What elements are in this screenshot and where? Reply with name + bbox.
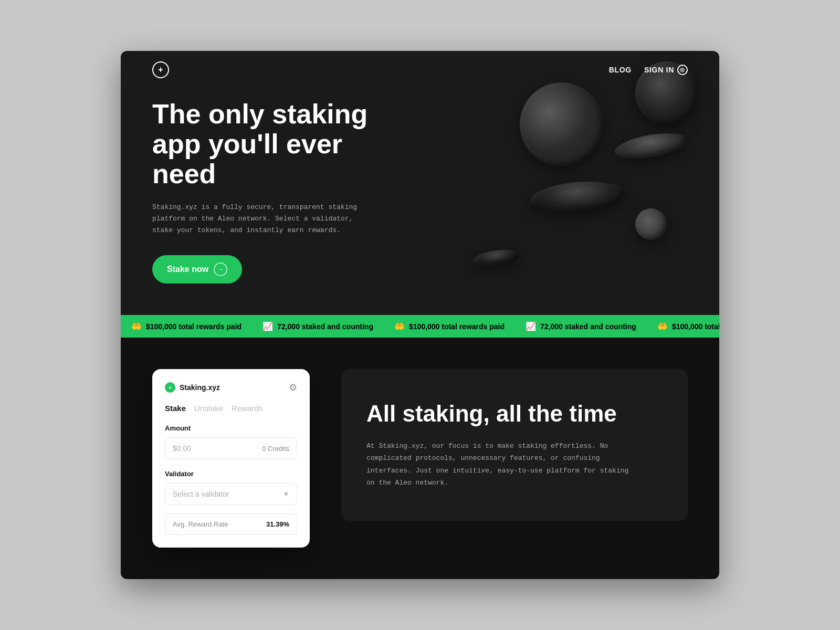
ticker-text-5: $100,000 total rewards paid	[672, 322, 719, 331]
ticker-text-4: 72,000 staked and counting	[540, 322, 636, 331]
section-two-right: All staking, all the time At Staking.xyz…	[341, 369, 688, 520]
section-two-body: At Staking.xyz, our focus is to make sta…	[366, 440, 639, 489]
coin-3	[613, 129, 689, 163]
amount-credits: 0 Credits	[262, 445, 289, 453]
validator-label: Validator	[165, 470, 297, 478]
navigation: + BLOG SIGN IN ◎	[121, 51, 719, 89]
logo-icon[interactable]: +	[152, 61, 169, 78]
tab-unstake[interactable]: Unstake	[194, 404, 223, 414]
coin-2	[529, 178, 626, 215]
card-header: + Staking.xyz ⚙	[165, 382, 297, 393]
signin-icon: ◎	[677, 65, 688, 75]
amount-label: Amount	[165, 424, 297, 432]
amount-input-row[interactable]: $0.00 0 Credits	[165, 437, 297, 459]
ticker-band: 🤲 $100,000 total rewards paid 📈 72,000 s…	[121, 315, 719, 338]
ticker-icon-2: 📈	[262, 321, 273, 331]
reward-rate-value: 31.39%	[266, 520, 289, 528]
ticker-inner: 🤲 $100,000 total rewards paid 📈 72,000 s…	[121, 321, 719, 331]
reward-rate-row: Avg. Reward Rate 31.39%	[165, 513, 297, 535]
card-tabs: Stake Unstake Rewards	[165, 404, 297, 414]
coin-6	[635, 208, 667, 240]
brand-name: Staking.xyz	[180, 383, 220, 392]
stake-card: + Staking.xyz ⚙ Stake Unstake Rewards Am…	[152, 369, 310, 548]
ticker-item: 🤲 $100,000 total rewards paid	[121, 321, 252, 331]
section-two-title: All staking, all the time	[366, 401, 663, 427]
coin-5	[471, 247, 520, 268]
section-two: + Staking.xyz ⚙ Stake Unstake Rewards Am…	[121, 338, 719, 579]
reward-rate-label: Avg. Reward Rate	[173, 520, 228, 528]
ticker-item: 🤲 $100,000 total rewards paid	[647, 321, 719, 331]
validator-placeholder: Select a validator	[173, 490, 229, 498]
gear-icon[interactable]: ⚙	[289, 382, 297, 393]
hero-section: + BLOG SIGN IN ◎ The only sta	[121, 51, 719, 316]
tab-stake[interactable]: Stake	[165, 404, 186, 414]
coin-1	[520, 82, 604, 166]
stake-now-button[interactable]: Stake now →	[152, 255, 242, 284]
browser-window: + BLOG SIGN IN ◎ The only sta	[121, 51, 719, 580]
amount-value: $0.00	[173, 444, 191, 453]
ticker-icon-1: 🤲	[131, 321, 142, 331]
hero-title: The only staking app you'll ever need	[152, 99, 404, 190]
chevron-down-icon: ▼	[283, 490, 289, 498]
ticker-text-1: $100,000 total rewards paid	[146, 322, 242, 331]
hero-subtitle: Staking.xyz is a fully secure, transpare…	[152, 202, 362, 236]
ticker-item: 🤲 $100,000 total rewards paid	[384, 321, 515, 331]
ticker-icon-3: 🤲	[394, 321, 405, 331]
ticker-icon-4: 📈	[526, 321, 536, 331]
ticker-icon-5: 🤲	[657, 321, 668, 331]
brand-icon: +	[165, 382, 175, 393]
nav-links: BLOG SIGN IN ◎	[609, 65, 688, 75]
validator-select[interactable]: Select a validator ▼	[165, 483, 297, 505]
hero-content: The only staking app you'll ever need St…	[121, 89, 436, 316]
tab-rewards[interactable]: Rewards	[232, 404, 262, 414]
signin-link[interactable]: SIGN IN ◎	[644, 65, 688, 75]
ticker-text-2: 72,000 staked and counting	[277, 322, 373, 331]
card-brand: + Staking.xyz	[165, 382, 220, 393]
ticker-text-3: $100,000 total rewards paid	[409, 322, 505, 331]
arrow-icon: →	[214, 262, 227, 276]
ticker-item: 📈 72,000 staked and counting	[252, 321, 384, 331]
blog-link[interactable]: BLOG	[609, 66, 632, 74]
ticker-item: 📈 72,000 staked and counting	[515, 321, 647, 331]
